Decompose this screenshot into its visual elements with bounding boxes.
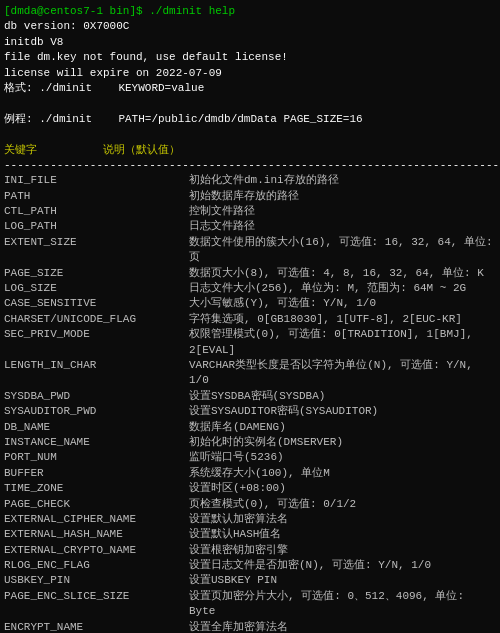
table-row: PAGE_ENC_SLICE_SIZE设置页加密分片大小, 可选值: 0、512…	[4, 589, 496, 620]
desc-cell: 初始数据库存放的路径	[189, 189, 496, 204]
keyword-cell: DB_NAME	[4, 420, 189, 435]
keyword-cell: EXTERNAL_HASH_NAME	[4, 527, 189, 542]
keyword-cell: SYSDBA_PWD	[4, 389, 189, 404]
table-row: CASE_SENSITIVE大小写敏感(Y), 可选值: Y/N, 1/0	[4, 296, 496, 311]
keyword-cell: BUFFER	[4, 466, 189, 481]
desc-cell: 设置时区(+08:00)	[189, 481, 496, 496]
desc-cell: 设置根密钥加密引擎	[189, 543, 496, 558]
desc-cell: 设置日志文件是否加密(N), 可选值: Y/N, 1/0	[189, 558, 496, 573]
desc-cell: 大小写敏感(Y), 可选值: Y/N, 1/0	[189, 296, 496, 311]
desc-cell: 数据库名(DAMENG)	[189, 420, 496, 435]
table-row: SEC_PRIV_MODE权限管理模式(0), 可选值: 0[TRADITION…	[4, 327, 496, 358]
keyword-cell: TIME_ZONE	[4, 481, 189, 496]
table-row: SYSAUDITOR_PWD设置SYSAUDITOR密码(SYSAUDITOR)	[4, 404, 496, 419]
keyword-cell: INI_FILE	[4, 173, 189, 188]
table-row: INI_FILE初始化文件dm.ini存放的路径	[4, 173, 496, 188]
keyword-cell: ENCRYPT_NAME	[4, 620, 189, 633]
keyword-cell: CHARSET/UNICODE_FLAG	[4, 312, 189, 327]
table-row: EXTERNAL_HASH_NAME设置默认HASH值名	[4, 527, 496, 542]
table-row: DB_NAME数据库名(DAMENG)	[4, 420, 496, 435]
desc-cell: 权限管理模式(0), 可选值: 0[TRADITION], 1[BMJ], 2[…	[189, 327, 496, 358]
table-row: EXTERNAL_CIPHER_NAME设置默认加密算法名	[4, 512, 496, 527]
keyword-cell: SYSAUDITOR_PWD	[4, 404, 189, 419]
keyword-cell: LOG_PATH	[4, 219, 189, 234]
desc-cell: 日志文件路径	[189, 219, 496, 234]
table-row: PATH初始数据库存放的路径	[4, 189, 496, 204]
keyword-cell: EXTERNAL_CIPHER_NAME	[4, 512, 189, 527]
db-version: db version: 0X7000C	[4, 19, 496, 34]
table-row: ENCRYPT_NAME设置全库加密算法名	[4, 620, 496, 633]
desc-cell: 数据页大小(8), 可选值: 4, 8, 16, 32, 64, 单位: K	[189, 266, 496, 281]
desc-cell: 初始化文件dm.ini存放的路径	[189, 173, 496, 188]
desc-cell: 初始化时的实例名(DMSERVER)	[189, 435, 496, 450]
table-row: CHARSET/UNICODE_FLAG字符集选项, 0[GB18030], 1…	[4, 312, 496, 327]
desc-cell: 设置默认加密算法名	[189, 512, 496, 527]
example-line: 例程: ./dminit PATH=/public/dmdb/dmData PA…	[4, 112, 496, 127]
table-row: PAGE_CHECK页检查模式(0), 可选值: 0/1/2	[4, 497, 496, 512]
terminal-window: [dmda@centos7-1 bin]$ ./dminit help db v…	[0, 0, 500, 633]
keyword-cell: INSTANCE_NAME	[4, 435, 189, 450]
keyword-cell: RLOG_ENC_FLAG	[4, 558, 189, 573]
table-row: CTL_PATH控制文件路径	[4, 204, 496, 219]
desc-cell: 页检查模式(0), 可选值: 0/1/2	[189, 497, 496, 512]
table-row: INSTANCE_NAME初始化时的实例名(DMSERVER)	[4, 435, 496, 450]
table-row: BUFFER系统缓存大小(100), 单位M	[4, 466, 496, 481]
table-row: PORT_NUM监听端口号(5236)	[4, 450, 496, 465]
table-row: USBKEY_PIN设置USBKEY PIN	[4, 573, 496, 588]
desc-cell: 设置默认HASH值名	[189, 527, 496, 542]
keyword-cell: PAGE_ENC_SLICE_SIZE	[4, 589, 189, 620]
keyword-cell: SEC_PRIV_MODE	[4, 327, 189, 358]
table-row: TIME_ZONE设置时区(+08:00)	[4, 481, 496, 496]
keyword-cell: EXTENT_SIZE	[4, 235, 189, 266]
keyword-cell: PAGE_SIZE	[4, 266, 189, 281]
initdb-version: initdb V8	[4, 35, 496, 50]
keyword-cell: PORT_NUM	[4, 450, 189, 465]
desc-cell: 设置全库加密算法名	[189, 620, 496, 633]
desc-cell: 设置USBKEY PIN	[189, 573, 496, 588]
desc-cell: VARCHAR类型长度是否以字符为单位(N), 可选值: Y/N, 1/0	[189, 358, 496, 389]
keyword-cell: USBKEY_PIN	[4, 573, 189, 588]
desc-cell: 系统缓存大小(100), 单位M	[189, 466, 496, 481]
table-row: PAGE_SIZE数据页大小(8), 可选值: 4, 8, 16, 32, 64…	[4, 266, 496, 281]
output-lines: db version: 0X7000C initdb V8 file dm.ke…	[4, 19, 496, 173]
table-row: RLOG_ENC_FLAG设置日志文件是否加密(N), 可选值: Y/N, 1/…	[4, 558, 496, 573]
header-line: 关键字 说明（默认值）	[4, 143, 496, 158]
desc-cell: 数据文件使用的簇大小(16), 可选值: 16, 32, 64, 单位: 页	[189, 235, 496, 266]
desc-cell: 设置SYSAUDITOR密码(SYSAUDITOR)	[189, 404, 496, 419]
license-warning: file dm.key not found, use default licen…	[4, 50, 496, 65]
separator-line: ----------------------------------------…	[4, 158, 496, 173]
format-line: 格式: ./dminit KEYWORD=value	[4, 81, 496, 96]
keyword-cell: EXTERNAL_CRYPTO_NAME	[4, 543, 189, 558]
license-expire: license will expire on 2022-07-09	[4, 66, 496, 81]
table-row: SYSDBA_PWD设置SYSDBA密码(SYSDBA)	[4, 389, 496, 404]
desc-cell: 设置页加密分片大小, 可选值: 0、512、4096, 单位: Byte	[189, 589, 496, 620]
table-row: LOG_SIZE日志文件大小(256), 单位为: M, 范围为: 64M ~ …	[4, 281, 496, 296]
table-row: LENGTH_IN_CHARVARCHAR类型长度是否以字符为单位(N), 可选…	[4, 358, 496, 389]
desc-cell: 监听端口号(5236)	[189, 450, 496, 465]
keyword-table: INI_FILE初始化文件dm.ini存放的路径PATH初始数据库存放的路径CT…	[4, 173, 496, 633]
keyword-cell: LOG_SIZE	[4, 281, 189, 296]
desc-cell: 控制文件路径	[189, 204, 496, 219]
keyword-cell: CASE_SENSITIVE	[4, 296, 189, 311]
desc-cell: 字符集选项, 0[GB18030], 1[UTF-8], 2[EUC-KR]	[189, 312, 496, 327]
keyword-cell: PATH	[4, 189, 189, 204]
keyword-cell: CTL_PATH	[4, 204, 189, 219]
keyword-cell: PAGE_CHECK	[4, 497, 189, 512]
table-row: LOG_PATH日志文件路径	[4, 219, 496, 234]
prompt-line: [dmda@centos7-1 bin]$ ./dminit help	[4, 4, 496, 19]
table-row: EXTERNAL_CRYPTO_NAME设置根密钥加密引擎	[4, 543, 496, 558]
desc-cell: 设置SYSDBA密码(SYSDBA)	[189, 389, 496, 404]
keyword-cell: LENGTH_IN_CHAR	[4, 358, 189, 389]
table-row: EXTENT_SIZE数据文件使用的簇大小(16), 可选值: 16, 32, …	[4, 235, 496, 266]
desc-cell: 日志文件大小(256), 单位为: M, 范围为: 64M ~ 2G	[189, 281, 496, 296]
